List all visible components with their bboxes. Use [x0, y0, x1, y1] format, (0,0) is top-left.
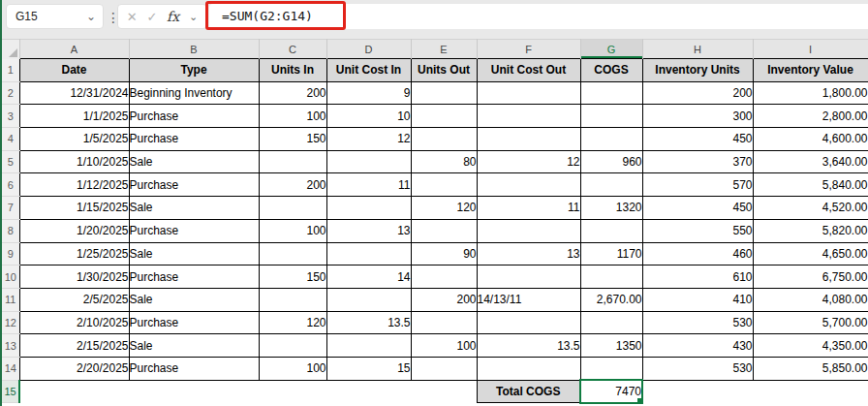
cell-B7[interactable]: Sale [129, 197, 259, 220]
cell-D5[interactable] [326, 150, 411, 173]
column-header-B[interactable]: B [129, 40, 259, 59]
cell-I13[interactable]: 4,350.00 [753, 334, 868, 358]
cell-E13[interactable]: 100 [411, 334, 477, 358]
cell-G3[interactable] [580, 105, 642, 128]
cell-C7[interactable] [259, 197, 326, 220]
cell-I10[interactable]: 6,750.00 [753, 265, 868, 289]
cell-A7[interactable]: 1/15/2025 [19, 197, 129, 220]
cell-F6[interactable] [477, 173, 580, 197]
cell-I8[interactable]: 5,820.00 [753, 219, 868, 242]
chevron-down-icon[interactable]: ⌄ [86, 5, 96, 28]
cell-I11[interactable]: 4,080.00 [753, 288, 868, 311]
row-header-14[interactable]: 14 [2, 357, 19, 380]
row-header-8[interactable]: 8 [2, 219, 19, 242]
cell-C12[interactable]: 120 [259, 311, 326, 334]
cell-B10[interactable]: Purchase [129, 265, 259, 289]
select-all-corner[interactable] [2, 40, 19, 59]
cell-D10[interactable]: 14 [326, 265, 411, 289]
cell-H14[interactable]: 530 [642, 357, 753, 380]
cell-H4[interactable]: 450 [642, 128, 753, 151]
cell-G4[interactable] [580, 128, 642, 151]
row-header-10[interactable]: 10 [2, 265, 19, 289]
cell-B5[interactable]: Sale [129, 150, 259, 173]
row-header-12[interactable]: 12 [2, 311, 19, 334]
column-header-C[interactable]: C [259, 40, 326, 59]
cell-F9[interactable]: 13 [477, 242, 580, 265]
cell-G14[interactable] [580, 357, 642, 380]
cell-H2[interactable]: 200 [642, 81, 753, 105]
cell-B6[interactable]: Purchase [129, 173, 259, 197]
cell-F7[interactable]: 11 [477, 197, 580, 220]
cell-H15[interactable] [642, 380, 753, 403]
row-header-7[interactable]: 7 [2, 197, 19, 220]
cell-D6[interactable]: 11 [326, 173, 411, 197]
cell-A9[interactable]: 1/25/2025 [19, 242, 129, 265]
cell-E9[interactable]: 90 [411, 242, 477, 265]
cell-B8[interactable]: Purchase [129, 219, 259, 242]
cell-A4[interactable]: 1/5/2025 [19, 128, 129, 151]
cancel-icon[interactable]: ✕ [127, 10, 138, 24]
header-cell-F1[interactable]: Unit Cost Out [477, 59, 580, 82]
cell-D4[interactable]: 12 [326, 128, 411, 151]
cell-D2[interactable]: 9 [326, 81, 411, 105]
cell-D8[interactable]: 13 [326, 219, 411, 242]
cell-B13[interactable]: Sale [129, 334, 259, 358]
row-header-13[interactable]: 13 [2, 334, 19, 358]
cell-D7[interactable] [326, 197, 411, 220]
cell-B15[interactable] [129, 380, 259, 403]
column-header-E[interactable]: E [411, 40, 477, 59]
cell-E11[interactable]: 200 [411, 288, 477, 311]
cell-F10[interactable] [477, 265, 580, 289]
cell-B14[interactable]: Purchase [129, 357, 259, 380]
cell-H9[interactable]: 460 [642, 242, 753, 265]
cell-D3[interactable]: 10 [326, 105, 411, 128]
cell-B3[interactable]: Purchase [129, 105, 259, 128]
cell-F13[interactable]: 13.5 [477, 334, 580, 358]
cell-D14[interactable]: 15 [326, 357, 411, 380]
cell-C5[interactable] [259, 150, 326, 173]
cell-I4[interactable]: 4,600.00 [753, 128, 868, 151]
header-cell-G1[interactable]: COGS [580, 59, 642, 82]
cell-C10[interactable]: 150 [259, 265, 326, 289]
cell-C14[interactable]: 100 [259, 357, 326, 380]
cell-G10[interactable] [580, 265, 642, 289]
cell-A11[interactable]: 2/5/2025 [19, 288, 129, 311]
cell-I12[interactable]: 5,700.00 [753, 311, 868, 334]
cell-A6[interactable]: 1/12/2025 [19, 173, 129, 197]
enter-icon[interactable]: ✓ [146, 10, 157, 24]
cell-I7[interactable]: 4,520.00 [753, 197, 868, 220]
header-cell-E1[interactable]: Units Out [411, 59, 477, 82]
column-header-H[interactable]: H [642, 40, 753, 59]
fill-handle[interactable] [637, 398, 643, 404]
cell-B4[interactable]: Purchase [129, 128, 259, 151]
cell-A15[interactable] [19, 380, 129, 403]
row-header-6[interactable]: 6 [2, 173, 19, 197]
cell-I6[interactable]: 5,840.00 [753, 173, 868, 197]
cell-A14[interactable]: 2/20/2025 [19, 357, 129, 380]
cell-G13[interactable]: 1350 [580, 334, 642, 358]
cell-C8[interactable]: 100 [259, 219, 326, 242]
cell-E14[interactable] [411, 357, 477, 380]
cell-F5[interactable]: 12 [477, 150, 580, 173]
column-header-G[interactable]: G [580, 40, 642, 59]
cell-H6[interactable]: 570 [642, 173, 753, 197]
cell-E4[interactable] [411, 128, 477, 151]
cell-C13[interactable] [259, 334, 326, 358]
header-cell-B1[interactable]: Type [129, 59, 259, 82]
cell-I14[interactable]: 5,850.00 [753, 357, 868, 380]
cell-I5[interactable]: 3,640.00 [753, 150, 868, 173]
selected-cell-G15[interactable]: 7470 [580, 380, 642, 403]
cell-C3[interactable]: 100 [259, 105, 326, 128]
cell-C2[interactable]: 200 [259, 81, 326, 105]
cell-G9[interactable]: 1170 [580, 242, 642, 265]
cell-I2[interactable]: 1,800.00 [753, 81, 868, 105]
cell-H8[interactable]: 550 [642, 219, 753, 242]
row-header-3[interactable]: 3 [2, 105, 19, 128]
cell-H3[interactable]: 300 [642, 105, 753, 128]
cell-H10[interactable]: 610 [642, 265, 753, 289]
cell-F11[interactable]: 14/13/11 [477, 288, 580, 311]
cell-E7[interactable]: 120 [411, 197, 477, 220]
cell-G8[interactable] [580, 219, 642, 242]
cell-F4[interactable] [477, 128, 580, 151]
cell-H12[interactable]: 530 [642, 311, 753, 334]
